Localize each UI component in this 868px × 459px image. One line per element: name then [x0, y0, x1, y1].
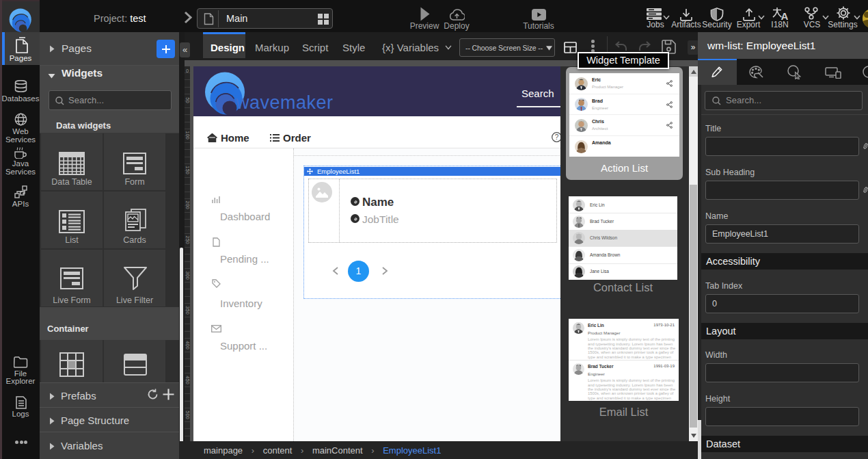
- svg-text:?: ?: [555, 133, 559, 141]
- svg-text:A: A: [781, 10, 789, 21]
